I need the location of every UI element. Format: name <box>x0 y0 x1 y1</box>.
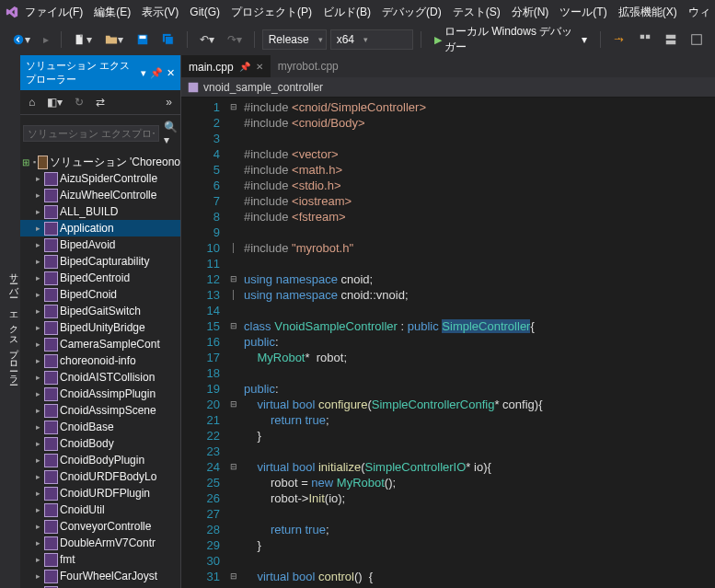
tree-item[interactable]: ▸BipedCentroid <box>20 270 180 286</box>
tree-item[interactable]: ▸BipedCnoid <box>20 286 180 303</box>
menu-item[interactable]: ファイル(F) <box>20 2 87 23</box>
search-input[interactable] <box>23 125 159 142</box>
tree-item[interactable]: ▸fmt <box>20 551 180 568</box>
tree-item[interactable]: ▸ConveyorControlle <box>20 518 180 535</box>
solution-tree[interactable]: ⊞▪ソリューション 'Choreono▸AizuSpiderControlle▸… <box>20 152 180 588</box>
pin-icon[interactable]: 📌 <box>239 62 250 72</box>
step-icon[interactable] <box>608 30 630 49</box>
project-icon <box>44 404 58 418</box>
redo-button[interactable]: ↷▾ <box>223 30 247 49</box>
editor-tab[interactable]: myrobot.cpp <box>271 55 346 77</box>
nav-back-button[interactable]: ▾ <box>7 30 35 49</box>
sync-icon[interactable]: ⇄ <box>91 93 110 111</box>
tree-item[interactable]: ▸choreonoid-info <box>20 352 180 369</box>
editor-tab[interactable]: main.cpp📌✕ <box>181 55 271 77</box>
tree-item[interactable]: ▸CameraSampleCont <box>20 336 180 352</box>
close-tab-icon[interactable]: ✕ <box>256 62 263 72</box>
menu-item[interactable]: 編集(E) <box>89 2 135 23</box>
project-icon <box>44 503 58 517</box>
menu-item[interactable]: Git(G) <box>185 3 225 21</box>
grid3-icon[interactable] <box>686 30 708 49</box>
menu-item[interactable]: テスト(S) <box>448 2 505 23</box>
project-icon <box>44 371 58 385</box>
run-debugger-button[interactable]: ▶ローカル Windows デバッガー▾ <box>429 21 593 58</box>
new-button[interactable]: ▾ <box>69 30 97 49</box>
pin-icon[interactable]: 📌 <box>150 67 163 79</box>
project-icon <box>44 520 58 534</box>
line-gutter: 1234567891011121314151617181920212223242… <box>181 98 227 588</box>
tree-item[interactable]: ▸CnoidBodyPlugin <box>20 452 180 468</box>
rail-server-explorer[interactable]: サーバー エクスプローラー <box>6 263 20 386</box>
platform-combo[interactable]: x64▾ <box>330 29 413 50</box>
panel-search: 🔍▾ <box>20 115 180 152</box>
menu-item[interactable]: 表示(V) <box>137 2 183 23</box>
tree-item[interactable]: ▸HandyRockDrillCon <box>20 584 180 588</box>
editor-area: main.cpp📌✕myrobot.cpp vnoid_sample_contr… <box>181 55 715 588</box>
tree-item[interactable]: ▸CnoidURDFPlugin <box>20 485 180 502</box>
menu-item[interactable]: ツール(T) <box>555 2 611 23</box>
tree-item[interactable]: ▸BipedGaitSwitch <box>20 303 180 319</box>
grid1-icon[interactable] <box>634 30 656 49</box>
fold-gutter[interactable]: ⊟│⊟│⊟⊟⊟⊟│ <box>227 98 240 588</box>
chevron-icon[interactable]: » <box>161 93 177 111</box>
project-icon <box>44 553 58 567</box>
svg-rect-12 <box>189 82 199 92</box>
nav-bar[interactable]: vnoid_sample_controller <box>181 77 715 98</box>
menu-item[interactable]: 拡張機能(X) <box>614 2 682 23</box>
grid2-icon[interactable] <box>660 30 682 49</box>
menu-item[interactable]: デバッグ(D) <box>377 2 446 23</box>
panel-header[interactable]: ソリューション エクスプローラー ▾ 📌 ✕ <box>20 55 180 90</box>
svg-rect-8 <box>646 35 650 39</box>
save-all-button[interactable] <box>157 30 179 49</box>
menubar: ファイル(F)編集(E)表示(V)Git(G)プロジェクト(P)ビルド(B)デバ… <box>0 0 715 24</box>
tree-item[interactable]: ▸CnoidUtil <box>20 502 180 518</box>
save-button[interactable] <box>132 30 154 49</box>
tree-item[interactable]: ▸ALL_BUILD <box>20 203 180 220</box>
search-icon[interactable]: 🔍▾ <box>159 118 182 149</box>
project-icon <box>44 172 58 186</box>
view-icon[interactable]: ◧▾ <box>42 93 67 111</box>
tree-item[interactable]: ▸CnoidAISTCollision <box>20 369 180 386</box>
svg-rect-7 <box>640 35 644 39</box>
tree-item[interactable]: ▸CnoidBase <box>20 419 180 435</box>
vs-logo-icon <box>6 4 18 20</box>
tree-item[interactable]: ▸BipedCapturability <box>20 253 180 270</box>
refresh-icon[interactable]: ↻ <box>70 93 88 111</box>
tree-item[interactable]: ▸AizuWheelControlle <box>20 187 180 203</box>
tree-item[interactable]: ▸FourWheelCarJoyst <box>20 568 180 584</box>
project-icon <box>44 271 58 285</box>
menu-item[interactable]: ビルド(B) <box>318 2 375 23</box>
tree-item[interactable]: ▸CnoidBody <box>20 435 180 452</box>
svg-rect-6 <box>165 37 173 45</box>
solution-explorer-panel: ソリューション エクスプローラー ▾ 📌 ✕ ⌂ ◧▾ ↻ ⇄ » 🔍▾ ⊞▪ソ… <box>20 55 181 588</box>
project-icon <box>44 305 58 318</box>
close-icon[interactable]: ✕ <box>167 67 175 79</box>
project-icon <box>44 437 58 451</box>
menu-item[interactable]: プロジェクト(P) <box>226 2 317 23</box>
tree-item[interactable]: ▸CnoidURDFBodyLo <box>20 468 180 485</box>
project-icon <box>44 570 58 583</box>
tree-item[interactable]: ▸DoubleArmV7Contr <box>20 535 180 551</box>
tree-item[interactable]: ▸Application <box>20 220 180 236</box>
tree-item[interactable]: ▸CnoidAssimpPlugin <box>20 386 180 402</box>
tree-item[interactable]: ▸CnoidAssimpScene <box>20 402 180 419</box>
svg-rect-11 <box>692 35 702 45</box>
project-icon <box>44 354 58 368</box>
svg-rect-4 <box>139 36 145 40</box>
tree-item[interactable]: ▸BipedUnityBridge <box>20 319 180 336</box>
menu-item[interactable]: ウィ <box>684 2 715 23</box>
open-button[interactable]: ▾ <box>100 30 128 49</box>
config-combo[interactable]: Release▾ <box>262 29 327 50</box>
nav-fwd-button[interactable]: ▸ <box>39 30 53 49</box>
undo-button[interactable]: ↶▾ <box>195 30 219 49</box>
dropdown-icon[interactable]: ▾ <box>141 67 146 79</box>
code-editor[interactable]: 1234567891011121314151617181920212223242… <box>181 98 715 588</box>
home-icon[interactable]: ⌂ <box>24 93 40 111</box>
code-source[interactable]: #include <cnoid/SimpleController>#includ… <box>240 98 715 588</box>
project-icon <box>44 222 58 236</box>
tree-root[interactable]: ⊞▪ソリューション 'Choreono <box>20 154 180 170</box>
menu-item[interactable]: 分析(N) <box>507 2 554 23</box>
tree-item[interactable]: ▸BipedAvoid <box>20 236 180 253</box>
tree-item[interactable]: ▸AizuSpiderControlle <box>20 170 180 187</box>
editor-tabs: main.cpp📌✕myrobot.cpp <box>181 55 715 77</box>
